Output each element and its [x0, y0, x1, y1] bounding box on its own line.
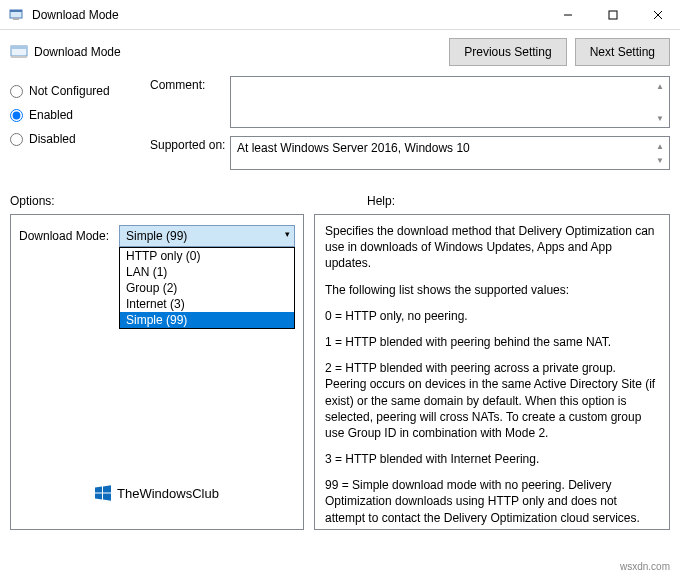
state-radio-group: Not Configured Enabled Disabled [10, 76, 150, 178]
dropdown-item[interactable]: LAN (1) [120, 264, 294, 280]
supported-row: Supported on: At least Windows Server 20… [150, 136, 670, 170]
download-mode-row: Download Mode: Simple (99) ▾ HTTP only (… [19, 225, 295, 247]
windows-logo-icon [95, 485, 111, 501]
app-icon [8, 7, 24, 23]
page-icon [10, 43, 28, 61]
radio-enabled-input[interactable] [10, 109, 23, 122]
scroll-down-icon[interactable]: ▼ [653, 153, 667, 167]
section-labels-row: Options: Help: [0, 178, 680, 214]
comment-row: Comment: ▲ ▼ [150, 76, 670, 128]
branding-text: TheWindowsClub [117, 486, 219, 501]
download-mode-label: Download Mode: [19, 225, 119, 243]
radio-not-configured[interactable]: Not Configured [10, 84, 150, 98]
radio-disabled-label: Disabled [29, 132, 76, 146]
help-paragraph: 99 = Simple download mode with no peerin… [325, 477, 659, 526]
radio-enabled[interactable]: Enabled [10, 108, 150, 122]
help-paragraph: 2 = HTTP blended with peering across a p… [325, 360, 659, 441]
help-paragraph: 3 = HTTP blended with Internet Peering. [325, 451, 659, 467]
config-section: Not Configured Enabled Disabled Comment:… [0, 70, 680, 178]
supported-box: At least Windows Server 2016, Windows 10… [230, 136, 670, 170]
scroll-down-icon[interactable]: ▼ [653, 111, 667, 125]
radio-disabled[interactable]: Disabled [10, 132, 150, 146]
radio-disabled-input[interactable] [10, 133, 23, 146]
options-panel: Download Mode: Simple (99) ▾ HTTP only (… [10, 214, 304, 530]
help-paragraph: 1 = HTTP blended with peering behind the… [325, 334, 659, 350]
svg-rect-8 [11, 46, 27, 49]
dropdown-item[interactable]: HTTP only (0) [120, 248, 294, 264]
page-title: Download Mode [34, 45, 441, 59]
help-paragraph: The following list shows the supported v… [325, 282, 659, 298]
header-row: Download Mode Previous Setting Next Sett… [0, 30, 680, 70]
comment-label: Comment: [150, 76, 230, 128]
download-mode-combobox[interactable]: Simple (99) ▾ [119, 225, 295, 247]
supported-label: Supported on: [150, 136, 230, 170]
maximize-button[interactable] [590, 0, 635, 30]
help-paragraph: 0 = HTTP only, no peering. [325, 308, 659, 324]
radio-not-configured-input[interactable] [10, 85, 23, 98]
dropdown-item[interactable]: Group (2) [120, 280, 294, 296]
watermark: wsxdn.com [620, 561, 670, 572]
chevron-down-icon: ▾ [285, 229, 290, 239]
branding: TheWindowsClub [19, 485, 295, 519]
svg-rect-2 [13, 18, 19, 20]
close-button[interactable] [635, 0, 680, 30]
dropdown-item[interactable]: Simple (99) [120, 312, 294, 328]
titlebar: Download Mode [0, 0, 680, 30]
lower-panes: Download Mode: Simple (99) ▾ HTTP only (… [0, 214, 680, 540]
options-section-label: Options: [10, 194, 55, 208]
comment-textarea[interactable]: ▲ ▼ [230, 76, 670, 128]
svg-rect-9 [11, 56, 27, 58]
download-mode-dropdown: HTTP only (0) LAN (1) Group (2) Internet… [119, 247, 295, 329]
window-title: Download Mode [32, 8, 545, 22]
scroll-up-icon[interactable]: ▲ [653, 79, 667, 93]
radio-enabled-label: Enabled [29, 108, 73, 122]
download-mode-selected: Simple (99) [126, 229, 187, 243]
supported-value: At least Windows Server 2016, Windows 10 [237, 141, 470, 155]
svg-rect-4 [609, 11, 617, 19]
help-paragraph: Specifies the download method that Deliv… [325, 223, 659, 272]
help-panel: Specifies the download method that Deliv… [314, 214, 670, 530]
download-mode-select-wrap: Simple (99) ▾ HTTP only (0) LAN (1) Grou… [119, 225, 295, 247]
previous-setting-button[interactable]: Previous Setting [449, 38, 566, 66]
help-section-label: Help: [367, 194, 395, 208]
svg-rect-1 [10, 10, 22, 12]
dropdown-item[interactable]: Internet (3) [120, 296, 294, 312]
fields-column: Comment: ▲ ▼ Supported on: At least Wind… [150, 76, 670, 178]
scroll-up-icon[interactable]: ▲ [653, 139, 667, 153]
next-setting-button[interactable]: Next Setting [575, 38, 670, 66]
minimize-button[interactable] [545, 0, 590, 30]
radio-not-configured-label: Not Configured [29, 84, 110, 98]
